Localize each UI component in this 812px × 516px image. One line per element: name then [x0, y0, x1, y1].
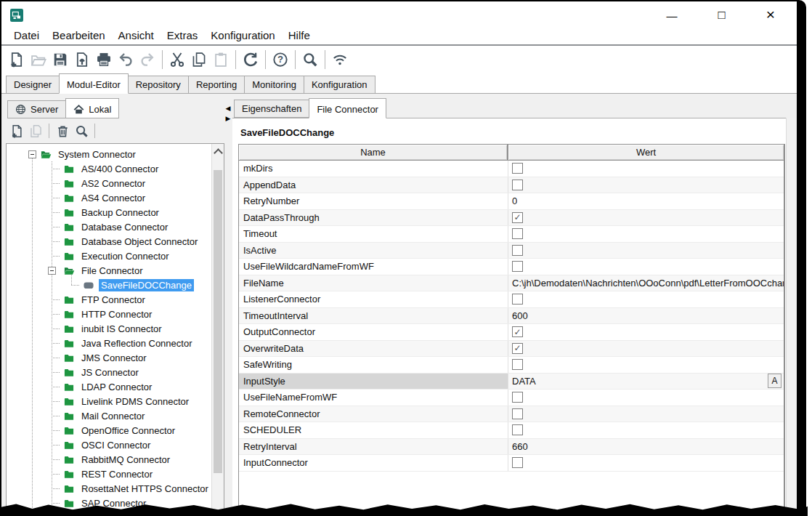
property-name: SafeWriting: [239, 357, 508, 373]
table-row: InputConnector: [239, 455, 784, 472]
tree-item-database-object-connector[interactable]: Database Object Connector: [52, 234, 211, 249]
maximize-button[interactable]: □: [718, 9, 725, 21]
tree-item-http-connector[interactable]: HTTP Connector: [52, 307, 211, 321]
tree-item-savefiledocchange[interactable]: SaveFileDOCChange: [71, 278, 211, 292]
tree-tab-server[interactable]: Server: [7, 100, 66, 118]
tree-item-ftp-connector[interactable]: FTP Connector: [52, 292, 211, 307]
print-button[interactable]: [93, 49, 115, 70]
tree-tab-lokal[interactable]: Lokal: [65, 98, 119, 118]
checkbox[interactable]: [512, 359, 523, 370]
tab-reporting[interactable]: Reporting: [188, 76, 245, 93]
tree-item-livelink-pdms-connector[interactable]: Livelink PDMS Connector: [52, 394, 211, 408]
menu-bearbeiten[interactable]: Bearbeiten: [46, 28, 112, 43]
checkbox[interactable]: [512, 180, 523, 190]
copy-button[interactable]: [188, 49, 210, 70]
scroll-up-icon[interactable]: [214, 148, 223, 158]
checkbox[interactable]: [512, 228, 523, 239]
properties-tab-file-connector[interactable]: File Connector: [309, 98, 386, 118]
new-file-button[interactable]: [7, 121, 26, 140]
tree-item-ldap-connector[interactable]: LDAP Connector: [52, 379, 211, 394]
tree-item-openoffice-connector[interactable]: OpenOffice Connector: [52, 423, 211, 438]
tree-items: System ConnectorAS/400 ConnectorAS2 Conn…: [7, 147, 211, 509]
tree-item-as-400-connector[interactable]: AS/400 Connector: [52, 161, 211, 176]
tree-scrollbar-thumb[interactable]: [214, 170, 222, 473]
close-button[interactable]: ×: [766, 7, 775, 22]
properties-scrollbar[interactable]: [786, 118, 797, 510]
tree-item-label: FTP Connector: [79, 294, 147, 306]
tab-designer[interactable]: Designer: [6, 76, 60, 93]
menu-konfiguration[interactable]: Konfiguration: [204, 28, 281, 43]
tree-item-execution-connector[interactable]: Execution Connector: [52, 249, 211, 263]
checkbox[interactable]: ✓: [512, 212, 523, 223]
checkbox[interactable]: [512, 163, 523, 174]
font-selector-button[interactable]: A: [768, 374, 781, 388]
collapse-icon[interactable]: [28, 150, 36, 158]
tree-item-mail-connector[interactable]: Mail Connector: [52, 408, 211, 423]
redo-button[interactable]: [137, 49, 158, 70]
checkbox[interactable]: [512, 294, 523, 305]
collapse-icon[interactable]: [48, 267, 56, 275]
new-file-button[interactable]: [6, 49, 28, 70]
checkin-file-button[interactable]: [71, 49, 93, 70]
tree-item-file-connector[interactable]: File Connector: [48, 263, 211, 278]
cut-button[interactable]: [166, 49, 188, 70]
menu-ansicht[interactable]: Ansicht: [112, 28, 161, 43]
help-button[interactable]: ?: [269, 49, 291, 70]
tab-konfiguration[interactable]: Konfiguration: [304, 76, 375, 93]
table-row: RetryNumber0: [239, 193, 784, 210]
tab-monitoring[interactable]: Monitoring: [244, 76, 304, 93]
checkbox[interactable]: [512, 408, 523, 419]
property-value: DATAA: [508, 374, 784, 390]
tree-scrollbar[interactable]: [211, 144, 224, 509]
menu-hilfe[interactable]: Hilfe: [282, 28, 317, 43]
tree-item-system-connector[interactable]: System Connector: [28, 147, 211, 161]
tab-repository[interactable]: Repository: [128, 76, 189, 93]
tree-item-backup-connector[interactable]: Backup Connector: [52, 205, 211, 219]
tree-item-as4-connector[interactable]: AS4 Connector: [52, 190, 211, 205]
undo-button[interactable]: [115, 49, 137, 70]
copy-button[interactable]: [26, 121, 45, 140]
tree-item-jms-connector[interactable]: JMS Connector: [52, 350, 211, 365]
checkbox[interactable]: [512, 245, 523, 256]
trash-button[interactable]: [53, 121, 72, 140]
tree-item-rabbitmq-connector[interactable]: RabbitMQ Connector: [52, 452, 211, 467]
paste-button[interactable]: [210, 49, 232, 70]
tree-item-js-connector[interactable]: JS Connector: [52, 365, 211, 379]
wifi-button[interactable]: [329, 49, 351, 70]
menu-extras[interactable]: Extras: [161, 28, 205, 43]
tree-item-inubit-is-connector[interactable]: inubit IS Connector: [52, 321, 211, 336]
save-button[interactable]: [49, 49, 71, 70]
tree-item-rosettanet-https-connector[interactable]: RosettaNet HTTPS Connector: [52, 481, 211, 496]
menu-datei[interactable]: Datei: [7, 28, 46, 43]
tree-guide-stub: [52, 328, 60, 329]
search-button[interactable]: [72, 121, 91, 140]
properties-tab-eigenschaften[interactable]: Eigenschaften: [234, 100, 309, 118]
tab-modul-editor[interactable]: Modul-Editor: [59, 73, 129, 94]
save-icon: [52, 52, 68, 68]
checkbox[interactable]: [512, 392, 523, 403]
column-header-name[interactable]: Name: [239, 145, 508, 160]
tree-item-database-connector[interactable]: Database Connector: [52, 219, 211, 234]
checkbox[interactable]: [512, 457, 523, 468]
tree-guide-stub: [52, 503, 60, 504]
minimize-button[interactable]: —: [666, 10, 677, 21]
collapse-right-icon[interactable]: ▶: [226, 116, 231, 122]
column-header-wert[interactable]: Wert: [508, 145, 784, 160]
tree-item-rest-connector[interactable]: REST Connector: [52, 467, 211, 481]
collapse-left-icon[interactable]: ◀: [226, 105, 231, 112]
value-text: 660: [512, 441, 528, 452]
tree-item-java-reflection-connector[interactable]: Java Reflection Connector: [52, 336, 211, 350]
checkbox[interactable]: ✓: [512, 343, 523, 354]
search-button[interactable]: [299, 49, 321, 70]
tree-guide-stub: [52, 183, 60, 184]
tree-item-osci-connector[interactable]: OSCI Connector: [52, 438, 211, 452]
tree-item-as2-connector[interactable]: AS2 Connector: [52, 176, 211, 190]
open-folder-button[interactable]: [28, 49, 49, 70]
panel-splitter[interactable]: ◀ ▶: [224, 105, 232, 122]
menu-bar: DateiBearbeitenAnsichtExtrasKonfiguratio…: [1, 26, 797, 44]
refresh-button[interactable]: [240, 49, 261, 70]
checkbox[interactable]: [512, 424, 523, 435]
checkbox[interactable]: [512, 261, 523, 272]
checkbox[interactable]: ✓: [512, 326, 523, 337]
value-text: DATA: [512, 376, 536, 387]
